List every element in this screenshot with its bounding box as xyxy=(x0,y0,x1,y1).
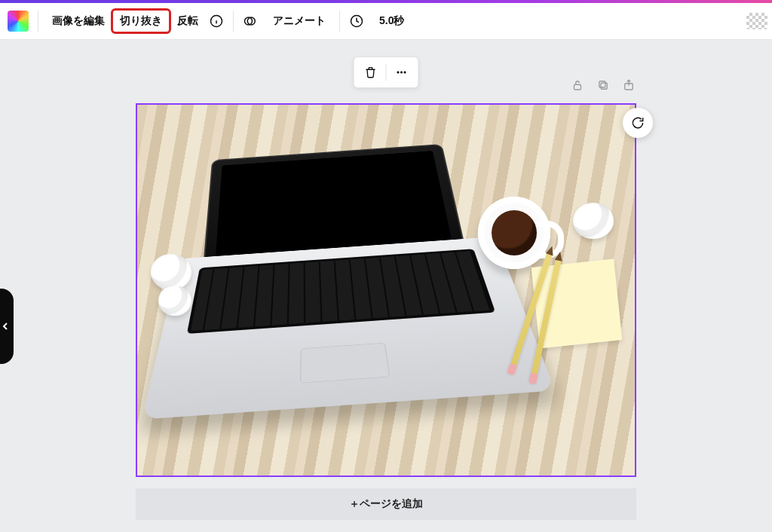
share-page-button[interactable] xyxy=(620,76,638,94)
duplicate-page-button[interactable] xyxy=(594,76,612,94)
page-actions xyxy=(568,76,638,94)
divider xyxy=(386,64,387,81)
color-swatch-icon[interactable] xyxy=(8,11,29,32)
divider xyxy=(339,11,340,32)
canvas-container xyxy=(136,103,636,532)
flip-button[interactable]: 反転 xyxy=(170,10,206,32)
more-icon xyxy=(395,66,409,79)
delete-button[interactable] xyxy=(359,60,383,84)
lock-icon xyxy=(571,78,584,92)
svg-point-7 xyxy=(400,72,402,73)
divider xyxy=(233,11,234,32)
share-icon xyxy=(622,78,636,92)
animate-button[interactable]: アニメート xyxy=(265,10,333,32)
cycle-image-button[interactable] xyxy=(623,108,653,138)
duration-button[interactable]: 5.0秒 xyxy=(372,10,412,32)
cycle-icon xyxy=(630,115,645,130)
transparency-icon[interactable] xyxy=(746,13,767,29)
trash-icon xyxy=(364,66,378,79)
editor-stage: ＋ページを追加 xyxy=(0,40,772,532)
crop-button[interactable]: 切り抜き xyxy=(112,10,170,32)
edit-image-button[interactable]: 画像を編集 xyxy=(44,10,112,32)
context-toolbar: 画像を編集 切り抜き 反転 アニメート 5.0秒 xyxy=(0,3,772,40)
svg-rect-11 xyxy=(599,81,605,87)
more-button[interactable] xyxy=(390,60,414,84)
lock-page-button[interactable] xyxy=(568,76,587,94)
svg-rect-9 xyxy=(574,84,581,90)
design-canvas[interactable] xyxy=(136,103,636,477)
floating-element-toolbar xyxy=(354,57,419,88)
add-page-label: ＋ページを追加 xyxy=(349,497,423,511)
add-page-button[interactable]: ＋ページを追加 xyxy=(136,488,636,520)
divider xyxy=(38,11,38,32)
side-panel-expand[interactable] xyxy=(0,289,14,364)
animate-icon[interactable] xyxy=(240,11,261,32)
svg-point-8 xyxy=(404,72,406,73)
svg-point-6 xyxy=(397,72,399,73)
duplicate-icon xyxy=(596,78,610,92)
canvas-image[interactable] xyxy=(137,105,635,475)
expand-icon xyxy=(2,321,9,332)
clock-icon[interactable] xyxy=(346,11,367,32)
info-icon[interactable] xyxy=(206,11,227,32)
svg-rect-10 xyxy=(601,83,607,89)
